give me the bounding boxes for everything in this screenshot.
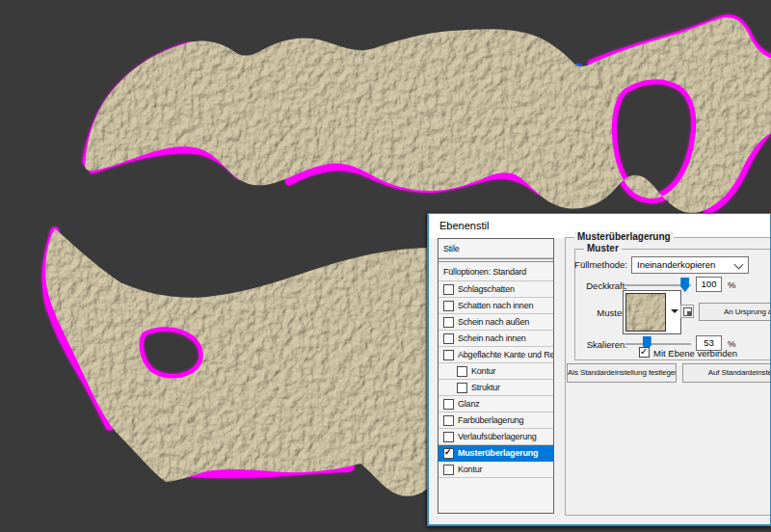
styles-list-item[interactable]: Struktur xyxy=(439,380,553,396)
opacity-label: Deckkraft: xyxy=(572,280,627,291)
style-checkbox[interactable] xyxy=(443,301,454,311)
style-checkbox[interactable] xyxy=(443,448,454,459)
style-checkbox[interactable] xyxy=(443,415,454,426)
opacity-value-field[interactable]: 100 xyxy=(696,277,722,292)
styles-list-item[interactable]: Kontur xyxy=(439,462,553,478)
style-item-label: Verlaufsüberlagerung xyxy=(458,432,537,441)
style-item-label: Farbüberlagerung xyxy=(458,415,523,425)
styles-list-item[interactable]: Abgeflachte Kante und Relief xyxy=(439,347,553,363)
pattern-picker-arrow[interactable] xyxy=(668,291,680,333)
blend-mode-select[interactable]: Ineinanderkopieren xyxy=(631,256,749,274)
style-checkbox[interactable] xyxy=(457,383,467,393)
style-checkbox[interactable] xyxy=(443,432,454,442)
style-item-label: Abgeflachte Kante und Relief xyxy=(458,350,553,359)
pattern-overlay-groupbox-label: Musterüberlagerung xyxy=(574,231,674,242)
styles-list-item[interactable]: Stile xyxy=(439,239,553,258)
blend-mode-label: Füllmethode: xyxy=(572,259,627,270)
styles-list-item[interactable]: Fülloptionen: Standard xyxy=(439,262,553,281)
style-item-label: Schlagschatten xyxy=(458,284,515,294)
style-item-label: Schatten nach innen xyxy=(458,301,533,310)
pattern-label: Muster: xyxy=(572,307,627,318)
dialog-title: Ebenenstil xyxy=(439,220,489,231)
styles-list: StileFülloptionen: StandardSchlagschatte… xyxy=(438,238,554,514)
style-checkbox[interactable] xyxy=(457,366,467,377)
styles-list-item[interactable]: Schatten nach innen xyxy=(439,298,553,314)
layer-style-dialog: Ebenenstil StileFülloptionen: StandardSc… xyxy=(427,213,771,526)
style-checkbox[interactable] xyxy=(443,350,454,360)
style-item-label: Kontur xyxy=(458,465,482,474)
style-checkbox[interactable] xyxy=(443,284,454,295)
opacity-unit: % xyxy=(728,279,735,290)
styles-list-item[interactable]: Schein nach innen xyxy=(439,331,553,347)
style-checkbox[interactable] xyxy=(443,465,454,475)
style-item-label: Musterüberlagerung xyxy=(458,448,538,458)
style-checkbox[interactable] xyxy=(443,333,454,344)
styles-list-item[interactable]: Schlagschatten xyxy=(439,281,553,298)
styles-list-item[interactable]: Farbüberlagerung xyxy=(439,412,553,429)
style-item-label: Struktur xyxy=(471,383,500,392)
styles-list-item[interactable]: Glanz xyxy=(439,396,553,412)
set-default-button[interactable]: Als Standardeinstellung festlegen xyxy=(567,363,677,383)
style-item-label: Schein nach außen xyxy=(458,317,529,327)
style-item-label: Fülloptionen: Standard xyxy=(443,267,526,277)
new-pattern-preset-button[interactable] xyxy=(680,305,694,318)
opacity-slider-thumb[interactable] xyxy=(680,278,689,292)
style-item-label: Kontur xyxy=(471,366,495,376)
snap-to-origin-button[interactable]: An Ursprung ausricht xyxy=(699,303,771,321)
pattern-thumbnail[interactable] xyxy=(625,293,666,332)
styles-list-item[interactable]: Schein nach außen xyxy=(439,314,553,331)
pattern-groupbox-label: Muster xyxy=(584,243,622,253)
styles-list-item[interactable]: Verlaufsüberlagerung xyxy=(439,429,553,445)
link-with-layer-checkbox[interactable] xyxy=(639,347,650,358)
link-with-layer-label: Mit Ebene verbinden xyxy=(653,348,737,359)
chevron-down-icon xyxy=(734,260,744,270)
style-checkbox[interactable] xyxy=(443,317,454,328)
style-item-label: Schein nach innen xyxy=(458,333,526,343)
styles-list-item[interactable]: Kontur xyxy=(439,363,553,380)
scale-slider-track xyxy=(625,343,691,345)
scale-label: Skalieren: xyxy=(572,339,627,350)
styles-list-item[interactable]: Musterüberlagerung xyxy=(439,445,553,462)
reset-default-button[interactable]: Auf Standardeinstellung z xyxy=(682,363,771,383)
style-item-label: Stile xyxy=(443,244,460,253)
style-item-label: Glanz xyxy=(458,399,480,409)
blend-mode-value: Ineinanderkopieren xyxy=(637,259,715,270)
style-checkbox[interactable] xyxy=(443,399,454,410)
pattern-picker[interactable] xyxy=(623,290,681,334)
